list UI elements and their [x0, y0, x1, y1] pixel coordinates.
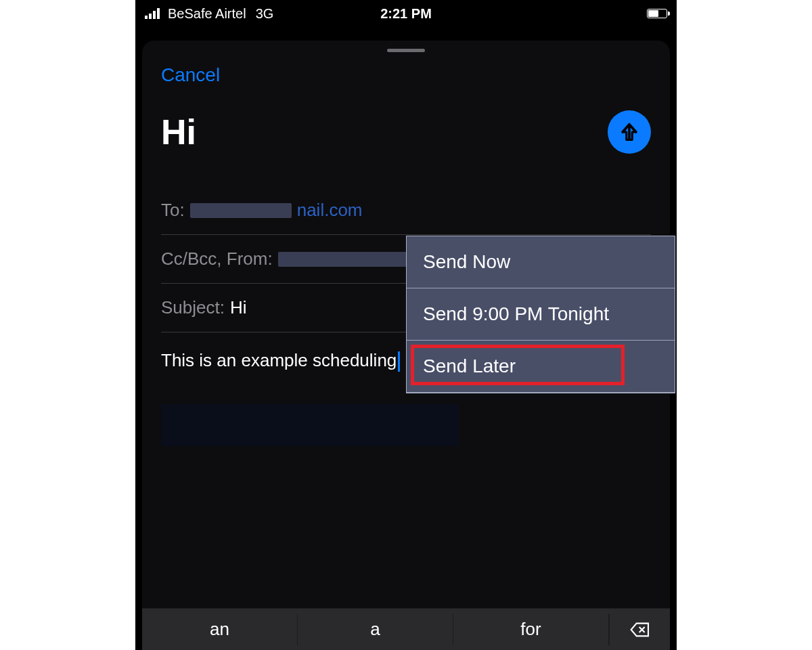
to-redacted [190, 203, 292, 218]
menu-send-later[interactable]: Send Later [407, 341, 675, 393]
suggestion-1[interactable]: an [142, 614, 298, 645]
signal-icon [145, 8, 160, 19]
to-label: To: [161, 200, 185, 221]
to-field[interactable]: To: nail.com [161, 186, 651, 235]
carrier-label: BeSafe Airtel [168, 6, 246, 22]
battery-icon [647, 9, 667, 18]
body-text: This is an example scheduling [161, 350, 397, 370]
phone-frame: BeSafe Airtel 3G 2:21 PM Cancel Hi To: n… [135, 0, 677, 650]
menu-send-now[interactable]: Send Now [407, 236, 675, 288]
status-bar: BeSafe Airtel 3G 2:21 PM [135, 0, 677, 27]
menu-send-tonight[interactable]: Send 9:00 PM Tonight [407, 288, 675, 341]
subject-title: Hi [161, 112, 196, 152]
suggestion-3[interactable]: for [453, 614, 609, 645]
send-options-menu: Send Now Send 9:00 PM Tonight Send Later [406, 236, 675, 393]
compose-header: Hi [142, 98, 670, 186]
text-cursor [398, 351, 400, 372]
status-right [647, 9, 667, 18]
cancel-button[interactable]: Cancel [142, 59, 239, 98]
subject-label: Subject: [161, 297, 225, 318]
compose-sheet: Cancel Hi To: nail.com Cc/Bcc, From: Sub… [142, 41, 670, 650]
from-redacted [278, 252, 407, 267]
arrow-up-icon [618, 121, 641, 144]
ccbcc-label: Cc/Bcc, From: [161, 248, 273, 269]
send-button[interactable] [608, 110, 651, 154]
suggestion-2[interactable]: a [298, 614, 453, 645]
backspace-icon [629, 619, 651, 641]
status-left: BeSafe Airtel 3G [145, 6, 273, 22]
to-email-suffix: nail.com [297, 200, 363, 221]
sheet-grabber[interactable] [387, 49, 425, 52]
attachment-placeholder [161, 404, 459, 446]
network-label: 3G [256, 6, 274, 22]
keyboard-suggestion-bar: an a for [142, 608, 670, 650]
delete-key[interactable] [609, 614, 670, 645]
subject-value: Hi [230, 297, 247, 318]
clock: 2:21 PM [380, 6, 432, 22]
